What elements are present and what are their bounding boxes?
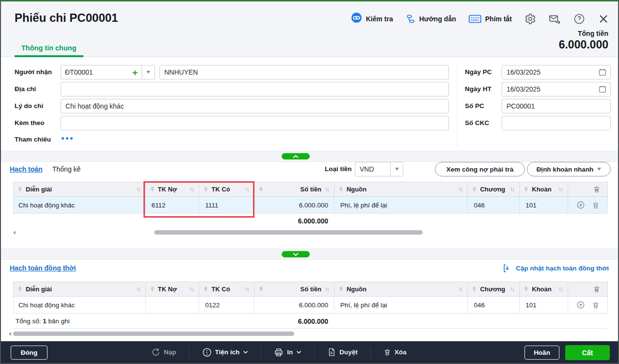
cell-chapter[interactable]: 046 [467, 197, 519, 213]
sort-icon[interactable] [189, 286, 195, 292]
col-tk-no[interactable]: TK Nợ [145, 182, 199, 196]
pin-icon[interactable] [17, 286, 23, 292]
delete-button[interactable]: Xóa [383, 348, 407, 356]
tab-thong-ke[interactable]: Thống kê [52, 165, 80, 173]
help-icon[interactable] [573, 13, 585, 25]
delete-row-icon[interactable] [592, 201, 600, 209]
add-row-icon[interactable] [576, 201, 585, 209]
receiver-code-combo[interactable]: ĐT00001 + [61, 65, 155, 79]
pin-icon[interactable] [203, 187, 208, 192]
number-pc-field[interactable] [502, 99, 611, 113]
send-mail-icon[interactable] [549, 13, 561, 25]
pin-icon[interactable] [17, 187, 23, 192]
pin-icon[interactable] [338, 187, 344, 192]
col-so-tien[interactable]: Số tiền [254, 182, 334, 196]
utilities-button[interactable]: Tiện ích [202, 348, 249, 357]
pin-icon[interactable] [524, 286, 529, 292]
postpone-button[interactable]: Hoãn [524, 346, 559, 360]
pin-icon[interactable] [524, 187, 529, 192]
sort-icon[interactable] [458, 187, 463, 192]
sort-icon[interactable] [136, 286, 142, 292]
view-payables-button[interactable]: Xem công nợ phải trả [435, 162, 525, 176]
cell-description[interactable]: Chi hoạt động khác [14, 197, 145, 213]
attachment-field[interactable] [61, 116, 449, 130]
date-pc-field[interactable] [502, 65, 611, 79]
sort-icon[interactable] [558, 187, 564, 192]
cell-amount[interactable]: 6.000.000 [254, 297, 334, 313]
currency-select[interactable]: VND [355, 162, 403, 176]
calendar-icon[interactable] [598, 85, 607, 95]
sort-icon[interactable] [136, 187, 142, 192]
sort-icon[interactable] [244, 187, 250, 192]
collapse-up-button[interactable] [282, 153, 310, 159]
sort-icon[interactable] [509, 286, 515, 292]
col-chuong[interactable]: Chương [467, 182, 519, 196]
cell-item[interactable]: 101 [519, 297, 568, 313]
cell-credit[interactable]: 0122 [199, 297, 254, 313]
collapse-down-button[interactable] [282, 251, 310, 257]
sort-icon[interactable] [189, 187, 195, 192]
cell-item[interactable]: 101 [519, 197, 568, 213]
col-dien-giai[interactable]: Diễn giải [14, 282, 145, 296]
reason-field[interactable] [61, 99, 449, 113]
reference-more-icon[interactable] [62, 137, 73, 140]
col-tk-no[interactable]: TK Nợ [145, 282, 199, 296]
col-so-tien[interactable]: Số tiền [254, 282, 334, 296]
cell-debit[interactable] [145, 297, 199, 313]
pin-icon[interactable] [472, 286, 477, 292]
scroll-left-arrow[interactable] [13, 231, 16, 235]
print-button[interactable]: In [274, 348, 302, 357]
pin-icon[interactable] [258, 187, 264, 192]
guide-button[interactable]: Hướng dẫn [406, 14, 456, 24]
col-dien-giai[interactable]: Diễn giải [14, 182, 145, 196]
cell-chapter[interactable]: 046 [467, 297, 519, 313]
delete-all-icon[interactable]: ✕ [593, 285, 601, 293]
cell-source[interactable]: Phí, lệ phí để lại [334, 297, 468, 313]
add-row-icon[interactable] [576, 301, 585, 309]
horizontal-scrollbar[interactable] [154, 230, 423, 235]
pin-icon[interactable] [150, 187, 155, 192]
sort-icon[interactable] [244, 286, 250, 292]
cell-debit[interactable]: 6112 [145, 197, 199, 213]
pin-icon[interactable] [258, 286, 264, 292]
col-nguon[interactable]: Nguồn [334, 282, 468, 296]
settings-icon[interactable] [524, 13, 536, 25]
col-tk-co[interactable]: TK Có [199, 282, 254, 296]
cell-description[interactable]: Chi hoạt động khác [14, 297, 145, 313]
update-concurrent-link[interactable]: Cập nhật hạch toán đồng thời [503, 264, 609, 273]
table-row[interactable]: Chi hoạt động khác 6112 1111 6.000.000 P… [13, 197, 608, 214]
sort-icon[interactable] [324, 286, 330, 292]
tab-general-info[interactable]: Thông tin chung [21, 44, 77, 52]
cell-amount[interactable]: 6.000.000 [254, 197, 334, 213]
pin-icon[interactable] [203, 286, 208, 292]
number-ckc-field[interactable] [502, 116, 611, 130]
col-nguon[interactable]: Nguồn [334, 182, 468, 196]
col-chuong[interactable]: Chương [467, 282, 519, 296]
sort-icon[interactable] [458, 286, 463, 292]
calendar-icon[interactable] [598, 68, 607, 79]
col-khoan[interactable]: Khoản [519, 182, 568, 196]
scroll-left-arrow[interactable] [9, 332, 11, 336]
save-button[interactable]: Cất [565, 345, 610, 360]
add-receiver-icon[interactable]: + [132, 68, 138, 77]
cell-credit[interactable]: 1111 [199, 197, 254, 213]
reload-button[interactable]: Nạp [151, 348, 176, 357]
delete-all-icon[interactable]: ✕ [593, 185, 601, 193]
quick-entry-button[interactable]: Định khoản nhanh [527, 162, 611, 176]
delete-row-icon[interactable] [592, 301, 600, 309]
col-tk-co[interactable]: TK Có [199, 182, 254, 196]
receiver-name-field[interactable] [159, 65, 449, 79]
cell-source[interactable]: Phí, lệ phí để lại [334, 197, 468, 213]
date-ht-field[interactable] [502, 82, 611, 96]
table-row[interactable]: Chi hoạt động khác 0122 6.000.000 Phí, l… [13, 297, 608, 314]
pin-icon[interactable] [150, 286, 155, 292]
close-button[interactable]: Đóng [11, 346, 48, 360]
receiver-dropdown-button[interactable] [142, 65, 155, 79]
col-khoan[interactable]: Khoản [519, 282, 568, 296]
close-icon[interactable] [598, 13, 609, 25]
approve-button[interactable]: Duyệt [327, 348, 358, 357]
pin-icon[interactable] [472, 187, 477, 192]
concurrent-section-title[interactable]: Hạch toán đồng thời [10, 264, 76, 272]
shortcut-button[interactable]: Phím tắt [469, 15, 512, 23]
sort-icon[interactable] [509, 187, 515, 192]
